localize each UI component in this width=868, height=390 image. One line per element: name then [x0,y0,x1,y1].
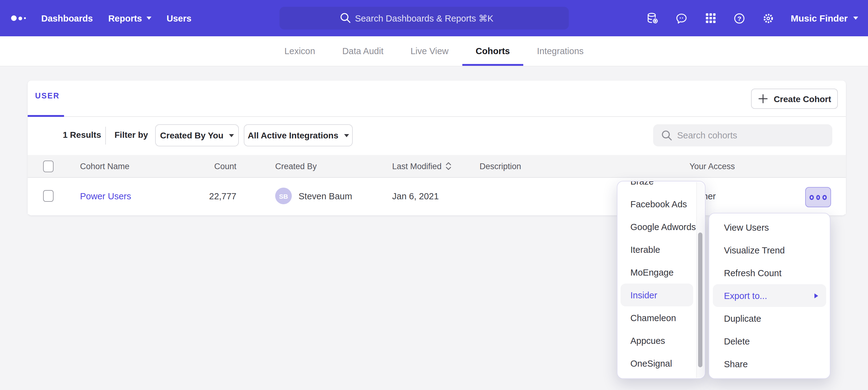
table-row: Power Users 22,777 SB Steven Baum Jan 6,… [28,178,846,214]
more-actions-button[interactable] [805,187,831,207]
submenu-scrollbar-track[interactable] [696,182,704,378]
chevron-down-icon [229,134,234,137]
top-navbar: Dashboards Reports Users [0,0,868,36]
column-description[interactable]: Description [479,155,521,177]
export-destinations-list: Braze Facebook Ads Google Adwords Iterab… [617,181,696,375]
integrations-filter-dropdown[interactable]: All Active Integrations [244,124,353,147]
created-by-filter-dropdown[interactable]: Created By You [155,124,239,147]
filter-by-label: Filter by [115,130,148,140]
sort-icon [445,162,452,170]
feedback-icon[interactable] [675,11,688,25]
project-switcher[interactable]: Music Finder [791,13,858,23]
cohorts-card: USER Create Cohort 1 Results Filter by C… [28,80,846,215]
tab-live-view[interactable]: Live View [409,36,450,66]
cohort-search[interactable] [653,124,832,147]
avatar: SB [275,188,292,204]
column-your-access[interactable]: Your Access [689,155,735,177]
nav-item-reports[interactable]: Reports [108,13,151,23]
table-header: Cohort Name Count Created By Last Modifi… [28,155,846,178]
results-count: 1 Results [63,130,101,140]
count-cell: 22,777 [176,178,237,214]
column-created-by[interactable]: Created By [275,155,317,177]
global-search[interactable] [279,7,569,30]
data-management-icon[interactable] [646,11,660,25]
submenu-item-iterable[interactable]: Iterable [617,238,696,261]
plus-icon [758,94,768,104]
submenu-item-chameleon[interactable]: Chameleon [617,306,696,329]
submenu-item-onesignal[interactable]: OneSignal [617,352,696,375]
nav-item-label: Dashboards [41,13,93,23]
settings-gear-icon[interactable] [762,11,775,25]
nav-item-users[interactable]: Users [166,13,191,23]
nav-item-label: Reports [108,13,142,23]
menu-item-refresh-count[interactable]: Refresh Count [709,261,830,284]
menu-item-duplicate[interactable]: Duplicate [709,307,830,330]
submenu-item-appcues[interactable]: Appcues [617,329,696,352]
search-icon [660,129,673,141]
nav-left: Dashboards Reports Users [11,0,191,36]
project-name: Music Finder [791,13,848,23]
nav-item-label: Users [166,13,191,23]
row-checkbox[interactable] [43,190,54,202]
row-context-menu: View Users Visualize Trend Refresh Count… [709,213,831,379]
creator-name: Steven Baum [299,191,352,201]
active-tab-indicator [28,115,64,117]
submenu-item-moengage[interactable]: MoEngage [617,261,696,284]
menu-item-share[interactable]: Share [709,353,830,375]
tab-data-audit[interactable]: Data Audit [341,36,385,66]
last-modified-cell: Jan 6, 2021 [392,178,439,214]
menu-item-delete[interactable]: Delete [709,330,830,353]
help-icon[interactable]: ? [733,11,746,25]
dot-icon [816,195,820,200]
created-by-cell: SB Steven Baum [275,178,352,214]
mixpanel-logo-icon[interactable] [11,15,26,21]
tab-lexicon[interactable]: Lexicon [283,36,316,66]
chevron-down-icon [344,134,349,137]
chevron-down-icon [853,17,858,20]
export-destinations-submenu: Braze Facebook Ads Google Adwords Iterab… [617,181,706,379]
nav-item-dashboards[interactable]: Dashboards [41,13,93,23]
cohort-name-cell: Power Users [80,178,131,214]
column-count[interactable]: Count [176,155,237,177]
menu-item-visualize-trend[interactable]: Visualize Trend [709,239,830,261]
tab-user-cohorts[interactable]: USER [35,92,60,100]
select-all-checkbox[interactable] [43,161,54,172]
section-tabbar: Lexicon Data Audit Live View Cohorts Int… [0,36,868,66]
nav-right: ? Music Finder [646,0,858,36]
submenu-arrow-icon [814,293,818,298]
apps-grid-icon[interactable] [704,11,717,25]
divider [28,116,846,117]
menu-item-export-to[interactable]: Export to... [713,284,826,307]
column-last-modified[interactable]: Last Modified [392,155,452,177]
tab-integrations[interactable]: Integrations [536,36,585,66]
chevron-down-icon [146,17,151,20]
cohort-link[interactable]: Power Users [80,191,131,201]
cohort-search-input[interactable] [653,124,832,147]
dot-icon [809,195,813,200]
global-search-input[interactable] [279,7,569,30]
submenu-scrollbar-thumb[interactable] [698,232,703,367]
divider [105,127,106,144]
section-tabs: Lexicon Data Audit Live View Cohorts Int… [0,36,868,66]
submenu-item-facebook-ads[interactable]: Facebook Ads [617,193,696,215]
submenu-item-braze[interactable]: Braze [617,181,696,193]
app-viewport: Dashboards Reports Users [0,0,868,390]
svg-text:?: ? [738,15,742,22]
create-cohort-button[interactable]: Create Cohort [751,89,838,109]
tab-cohorts[interactable]: Cohorts [474,36,511,66]
submenu-item-google-adwords[interactable]: Google Adwords [617,215,696,238]
search-icon [339,12,351,24]
column-cohort-name[interactable]: Cohort Name [80,155,130,177]
submenu-item-insider[interactable]: Insider [621,284,693,306]
dot-icon [823,195,827,200]
menu-item-view-users[interactable]: View Users [709,216,830,239]
